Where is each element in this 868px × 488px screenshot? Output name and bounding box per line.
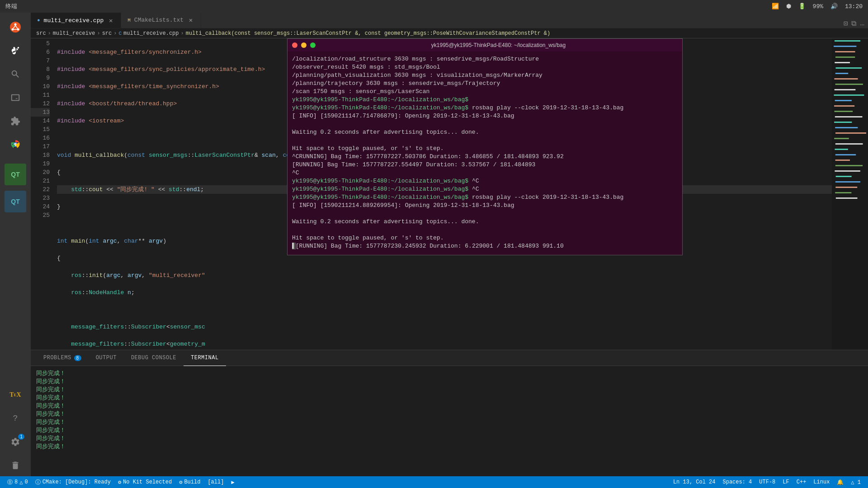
status-eol[interactable]: LF — [779, 476, 793, 488]
system-bar: 终端 📶 ⬢ 🔋 99% 🔊 13:20 — [0, 0, 868, 13]
more-actions-icon[interactable]: … — [860, 19, 864, 28]
cmake-icon: ⓘ — [35, 479, 41, 486]
tab-output[interactable]: OUTPUT — [89, 350, 124, 366]
clock: 13:20 — [845, 3, 863, 10]
editor-actions: ⊡ ⧉ … — [840, 19, 868, 28]
terminal-line-7: 同步完成！ — [36, 419, 66, 426]
volume-icon: 🔊 — [830, 3, 838, 10]
system-bar-left: 终端 — [5, 2, 17, 10]
tab-bar: ● multi_receive.cpp ✕ M CMakeLists.txt ✕… — [31, 13, 868, 28]
terminal-label: 终端 — [5, 2, 17, 10]
run-icon: ▶ — [231, 479, 234, 486]
status-feedback[interactable]: 🔔 — [833, 476, 847, 488]
status-all[interactable]: [all] — [204, 476, 227, 488]
split-editor-icon[interactable]: ⧉ — [851, 19, 856, 28]
activity-terminal[interactable] — [5, 87, 26, 108]
tab-problems[interactable]: PROBLEMS 8 — [36, 350, 89, 366]
activity-qt2[interactable]: QT — [5, 191, 26, 212]
tab-label-2: CMakeLists.txt — [134, 17, 184, 23]
floating-terminal-title: yk1995@yk1995-ThinkPad-E480: ~/localizat… — [319, 42, 678, 48]
maximize-button[interactable] — [310, 42, 316, 48]
cursor-line: ▌ — [292, 243, 296, 249]
panel: PROBLEMS 8 OUTPUT DEBUG CONSOLE TERMINAL… — [31, 350, 868, 476]
status-cmake[interactable]: ⓘ CMake: [Debug]: Ready — [32, 476, 114, 488]
status-ln-col[interactable]: Ln 13, Col 24 — [670, 476, 719, 488]
breadcrumb: src › multi_receive › src › C multi_rece… — [31, 28, 868, 38]
error-icon: ⓪ — [7, 479, 13, 486]
editor-area: ● multi_receive.cpp ✕ M CMakeLists.txt ✕… — [31, 13, 868, 476]
terminal-line-5: 同步完成！ — [36, 403, 66, 409]
open-editors-icon[interactable]: ⊡ — [844, 19, 848, 28]
terminal-line-4: 同步完成！ — [36, 394, 66, 401]
status-debug-run[interactable]: ▶ — [227, 476, 238, 488]
panel-tab-bar: PROBLEMS 8 OUTPUT DEBUG CONSOLE TERMINAL — [31, 350, 868, 366]
activity-settings[interactable] — [5, 431, 26, 453]
bc-cpp-icon: C — [118, 31, 122, 36]
system-bar-right: 📶 ⬢ 🔋 99% 🔊 13:20 — [772, 3, 863, 10]
main-container: QT QT TEX ? ● multi_receive.cpp ✕ — [0, 13, 868, 476]
problems-badge: 8 — [74, 355, 81, 361]
floating-terminal: yk1995@yk1995-ThinkPad-E480: ~/localizat… — [287, 38, 683, 255]
close-button[interactable] — [292, 42, 297, 48]
terminal-line-9: 同步完成！ — [36, 435, 66, 442]
activity-help[interactable]: ? — [5, 408, 26, 429]
terminal-line-2: 同步完成！ — [36, 378, 66, 385]
tab-modified-dot: ● — [37, 18, 40, 23]
status-encoding[interactable]: UTF-8 — [755, 476, 779, 488]
tab-cmake-icon: M — [127, 18, 131, 23]
activity-chrome[interactable] — [5, 134, 26, 155]
terminal-line-8: 同步完成！ — [36, 427, 66, 434]
battery-icon: 🔋 — [798, 3, 806, 10]
tab-cmake[interactable]: M CMakeLists.txt ✕ — [121, 13, 201, 28]
tab-debug-console[interactable]: DEBUG CONSOLE — [124, 350, 184, 366]
floating-terminal-titlebar[interactable]: yk1995@yk1995-ThinkPad-E480: ~/localizat… — [288, 39, 682, 52]
activity-ubuntu[interactable] — [5, 16, 26, 38]
bc-function: multi_callback(const sensor_msgs::LaserS… — [186, 30, 551, 37]
terminal-line-1: 同步完成！ — [36, 370, 66, 377]
status-os[interactable]: Linux — [810, 476, 833, 488]
status-lang[interactable]: C++ — [793, 476, 810, 488]
network-icon: 📶 — [772, 3, 779, 10]
activity-extensions[interactable] — [5, 110, 26, 132]
kit-icon: ⚙ — [118, 479, 121, 486]
tab-close-1[interactable]: ✕ — [107, 17, 114, 24]
minimap — [832, 38, 868, 350]
terminal-output[interactable]: 同步完成！ 同步完成！ 同步完成！ 同步完成！ 同步完成！ 同步完成！ 同步完成… — [31, 366, 868, 476]
status-notifications[interactable]: △ 1 — [847, 476, 864, 488]
activity-trash[interactable] — [5, 455, 26, 476]
build-icon: ⚙ — [179, 479, 182, 486]
status-build[interactable]: ⚙ Build — [175, 476, 204, 488]
feedback-icon: 🔔 — [837, 479, 844, 486]
line-numbers: 56789 101112 13 1415161718 1920212223 24… — [31, 38, 53, 350]
activity-bar: QT QT TEX ? — [0, 13, 31, 476]
status-spaces[interactable]: Spaces: 4 — [719, 476, 756, 488]
status-bar: ⓪ 8 △ 0 ⓘ CMake: [Debug]: Ready ⚙ No Kit… — [0, 476, 868, 488]
activity-latex[interactable]: TEX — [5, 384, 26, 406]
activity-search[interactable] — [5, 63, 26, 85]
bluetooth-icon: ⬢ — [786, 3, 791, 10]
bc-src2: src — [102, 30, 112, 37]
bc-filename: multi_receive.cpp — [123, 30, 179, 37]
svg-point-1 — [14, 23, 17, 26]
battery-text: 99% — [813, 3, 823, 10]
activity-qt1[interactable]: QT — [5, 164, 26, 185]
status-errors[interactable]: ⓪ 8 △ 0 — [4, 476, 32, 488]
tab-close-2[interactable]: ✕ — [187, 17, 194, 24]
tab-multi-receive[interactable]: ● multi_receive.cpp ✕ — [31, 13, 121, 28]
bc-src: src — [36, 30, 46, 37]
tab-label-1: multi_receive.cpp — [44, 17, 104, 24]
floating-terminal-body[interactable]: /localization/road_structure 3630 msgs :… — [288, 52, 682, 255]
terminal-line-6: 同步完成！ — [36, 411, 66, 418]
tab-terminal[interactable]: TERMINAL — [184, 350, 226, 366]
terminal-line-3: 同步完成！ — [36, 386, 66, 393]
activity-source-control[interactable] — [5, 40, 26, 61]
minimize-button[interactable] — [301, 42, 307, 48]
bc-multi-receive: multi_receive — [53, 30, 95, 37]
terminal-line-10: 同步完成！ — [36, 443, 66, 450]
status-no-kit[interactable]: ⚙ No Kit Selected — [114, 476, 175, 488]
